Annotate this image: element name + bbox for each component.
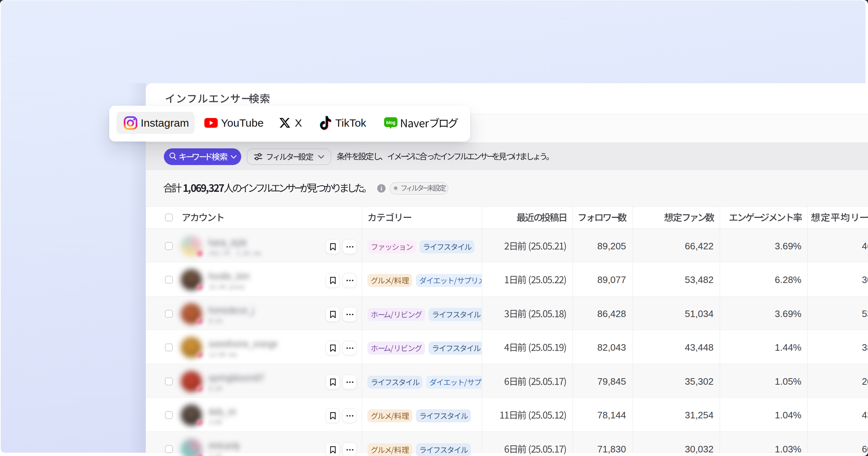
svg-text:blog: blog <box>386 120 395 125</box>
